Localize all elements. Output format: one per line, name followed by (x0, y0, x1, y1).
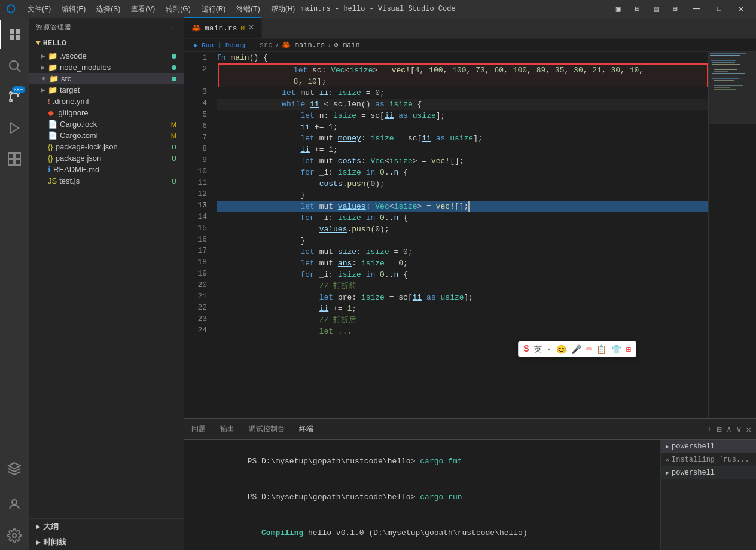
ln-17: 17 (184, 245, 207, 256)
window-title: main.rs - hello - Visual Studio Code (300, 5, 455, 13)
terminal-name-1: powershell (672, 442, 715, 451)
menu-file[interactable]: 文件(F) (23, 3, 56, 16)
source-control-icon[interactable]: 6K+ (0, 82, 29, 111)
ime-mic[interactable]: 🎤 (571, 344, 581, 355)
hello-root[interactable]: ▼ HELLO (29, 36, 184, 50)
layout-icon[interactable]: ▣ (611, 3, 626, 15)
split-icon[interactable]: ⊟ (630, 3, 645, 15)
code-line-24: let ... (217, 326, 708, 337)
sidebar-toggle-icon[interactable]: ▤ (649, 3, 663, 15)
sidebar-item-drone[interactable]: ▶ ! .drone.yml (29, 96, 184, 107)
term-prompt-2: PS D:\mysetup\gopath\rustcode\hello> (248, 493, 420, 502)
sidebar-item-cargo-toml[interactable]: ▶ 📄 Cargo.toml M (29, 130, 184, 141)
terminal-item-powershell2[interactable]: ▶ powershell (661, 466, 756, 479)
sidebar-item-package-lock[interactable]: ▶ {} package-lock.json U (29, 141, 184, 152)
menu-goto[interactable]: 转到(G) (161, 3, 195, 16)
term-line-1: PS D:\mysetup\gopath\rustcode\hello> car… (191, 444, 653, 479)
file-icon: 📄 (48, 131, 57, 140)
svg-point-16 (13, 534, 16, 537)
split-terminal-icon[interactable]: ⊟ (717, 424, 721, 435)
tab-output[interactable]: 输出 (218, 420, 237, 438)
tab-debug-console[interactable]: 调试控制台 (246, 420, 287, 438)
layout2-icon[interactable]: ⊞ (668, 3, 682, 15)
sidebar-item-package-json[interactable]: ▶ {} package.json U (29, 152, 184, 164)
minimap[interactable] (708, 52, 756, 418)
ln-13: 13 (184, 200, 207, 211)
account-icon[interactable] (0, 490, 29, 519)
src-label: src (61, 74, 71, 83)
sidebar-item-readme[interactable]: ▶ ℹ README.md (29, 164, 184, 175)
tab-close-icon[interactable]: × (248, 23, 254, 33)
untracked-badge: U (172, 155, 176, 162)
ime-toolbar[interactable]: S 英 · 😊 🎤 ⌨ 📋 👕 ⊞ (518, 341, 636, 358)
debug-icon[interactable] (0, 114, 29, 142)
explorer-label: 资源管理器 (36, 23, 72, 32)
extensions-icon[interactable] (0, 145, 29, 173)
panel-up-icon[interactable]: ∧ (727, 424, 731, 435)
breadcrumb-main[interactable]: ⊙ main (334, 41, 359, 50)
tab-terminal[interactable]: 终端 (297, 420, 316, 438)
cargo-lock-label: Cargo.lock (60, 120, 97, 129)
settings-icon[interactable] (0, 521, 29, 550)
menu-view[interactable]: 查看(V) (126, 3, 160, 16)
ime-logo: S (523, 344, 529, 355)
menu-bar[interactable]: 文件(F) 编辑(E) 选择(S) 查看(V) 转到(G) 运行(R) 终端(T… (23, 3, 300, 16)
menu-terminal[interactable]: 终端(T) (231, 3, 264, 16)
ime-lang[interactable]: 英 (534, 344, 542, 355)
panel-down-icon[interactable]: ∨ (736, 424, 741, 435)
terminal-item-installing[interactable]: ✕ Installing `rus... (661, 453, 756, 466)
minimap-preview (709, 52, 756, 387)
ime-clipboard[interactable]: 📋 (596, 344, 606, 355)
minimize-button[interactable]: ─ (687, 3, 706, 15)
terminal-list: ▶ powershell ✕ Installing `rus... ▶ powe… (660, 440, 756, 550)
search-icon[interactable] (0, 51, 29, 80)
maximize-button[interactable]: ☐ (711, 3, 727, 15)
menu-run[interactable]: 运行(R) (197, 3, 231, 16)
ime-tshirt[interactable]: 👕 (611, 344, 621, 355)
modified-badge: M (171, 121, 176, 128)
sidebar-item-vscode[interactable]: ▶ 📁 .vscode (29, 50, 184, 62)
terminal-name-3: powershell (672, 469, 715, 477)
docker-icon[interactable] (0, 454, 29, 483)
sidebar-item-target[interactable]: ▶ 📁 target (29, 84, 184, 96)
timeline-section[interactable]: ▶ 时间线 (29, 534, 184, 550)
sidebar-item-gitignore[interactable]: ▶ ◆ .gitignore (29, 107, 184, 118)
explorer-icon[interactable] (0, 20, 29, 49)
sidebar-item-testjs[interactable]: ▶ JS test.js U (29, 175, 184, 187)
sidebar-item-node-modules[interactable]: ▶ 📁 node_modules (29, 62, 184, 73)
git-icon: ◆ (48, 108, 54, 117)
terminal-item-powershell1[interactable]: ▶ powershell (661, 440, 756, 453)
editor-area: 🦀 main.rs M × ▶ Run | Debug src › 🦀 main… (184, 18, 756, 550)
info-icon: ℹ (48, 165, 51, 174)
new-terminal-icon[interactable]: + (707, 424, 712, 435)
window-controls[interactable]: ▣ ⊟ ▤ ⊞ ─ ☐ ✕ (611, 3, 750, 15)
menu-help[interactable]: 帮助(H) (266, 3, 300, 16)
menu-edit[interactable]: 编辑(E) (57, 3, 90, 16)
file-icon: 📄 (48, 120, 57, 129)
sidebar-item-src[interactable]: ▼ 📁 src (29, 73, 184, 84)
ime-dot: · (547, 344, 551, 354)
breadcrumb-mainrs[interactable]: 🦀 main.rs (282, 41, 325, 50)
outline-section[interactable]: ▶ 大纲 (29, 518, 184, 534)
sidebar-more-icon[interactable]: ··· (169, 24, 176, 31)
run-debug-link[interactable]: ▶ Run | Debug (194, 41, 245, 49)
json-icon: {} (48, 142, 53, 151)
menu-select[interactable]: 选择(S) (92, 3, 125, 16)
vscode-label: .vscode (60, 51, 87, 60)
json-icon: {} (48, 154, 53, 163)
ime-emoji[interactable]: 😊 (556, 344, 566, 355)
terminal-content[interactable]: PS D:\mysetup\gopath\rustcode\hello> car… (184, 440, 660, 550)
ln-4: 4 (184, 97, 207, 109)
sidebar-item-cargo-lock[interactable]: ▶ 📄 Cargo.lock M (29, 118, 184, 130)
ime-grid[interactable]: ⊞ (626, 344, 631, 355)
sidebar-header: 资源管理器 ··· (29, 18, 184, 36)
tab-mainrs[interactable]: 🦀 main.rs M × (184, 17, 262, 38)
ln-2: 2 (184, 63, 207, 75)
panel-close-icon[interactable]: ✕ (746, 424, 751, 435)
ime-keyboard[interactable]: ⌨ (586, 344, 591, 355)
code-content[interactable]: fn main() { let sc: Vec<isize> = vec![4,… (214, 52, 708, 418)
tab-problems[interactable]: 问题 (189, 420, 208, 438)
close-button[interactable]: ✕ (732, 3, 750, 15)
status-dot (172, 54, 176, 59)
breadcrumb-src[interactable]: src (260, 41, 273, 50)
